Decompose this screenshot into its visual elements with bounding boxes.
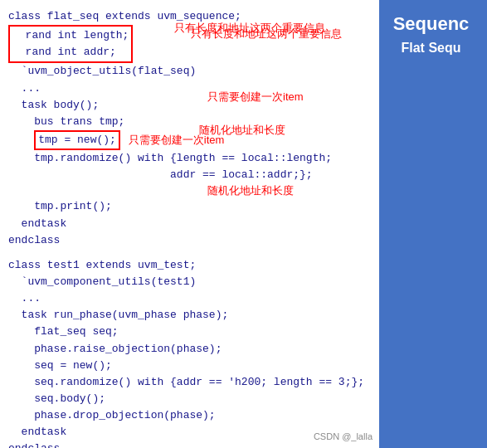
code-line-10: addr == local::addr;}; [8,167,371,183]
sidebar-title-sub: Flat Sequ [401,40,465,57]
tmp-new-line: tmp = new(); 只需要创建一次item [8,130,371,150]
red-box-rand: rand int length; rand int addr; [8,25,133,63]
code-line-20: seq = new(); [8,358,371,374]
annotation-1-overlay: 只有长度和地址这两个重要信息 [174,21,325,36]
code-line-13: endclass [8,232,371,249]
sidebar: Sequenc Flat Sequ [379,0,487,448]
code-line-23: phase.drop_objection(phase); [8,407,371,424]
sidebar-title-main: Sequenc [393,12,474,37]
code-line-3: rand int addr; [12,44,129,61]
code-line-25: endclass [8,441,371,448]
code-line-19: phase.raise_objection(phase); [8,341,371,358]
code-line-6: task body(); [8,97,371,114]
code-line-18: flat_seq seq; [8,324,371,340]
code-line-9: tmp.randomize() with {length == local::l… [8,150,371,167]
annotation-3-overlay: 随机化地址和长度 [199,123,285,138]
blank-line [8,249,371,257]
code-section: class flat_seq extends uvm_sequence; ran… [0,0,379,448]
csdn-label: CSDN @_lalla [314,431,373,441]
code-line-4: `uvm_object_utils(flat_seq) [8,63,371,80]
code-line-2: rand int length; [12,27,129,44]
code-line-14: class test1 extends uvm_test; [8,257,371,274]
annotation-3: 随机化地址和长度 [207,183,294,198]
code-line-16: ... [8,290,371,307]
code-line-12: endtask [8,216,371,232]
code-line-17: task run_phase(uvm_phase phase); [8,307,371,324]
red-box-tmp: tmp = new(); [34,130,120,150]
code-line-11: tmp.print(); [8,198,371,215]
code-line-21: seq.randomize() with {addr == 'h200; len… [8,374,371,391]
main-container: class flat_seq extends uvm_sequence; ran… [0,0,487,448]
code-line-22: seq.body(); [8,391,371,407]
rand-block: rand int length; rand int addr; 只有长度和地址这… [8,25,133,63]
code-line-5: ... [8,80,371,97]
annotation-2-overlay: 只需要创建一次item [207,90,304,105]
code-line-7: bus trans tmp; [8,114,371,130]
code-line-15: `uvm_component_utils(test1) [8,274,371,290]
annotation3-wrapper: 随机化地址和长度 [8,183,371,198]
